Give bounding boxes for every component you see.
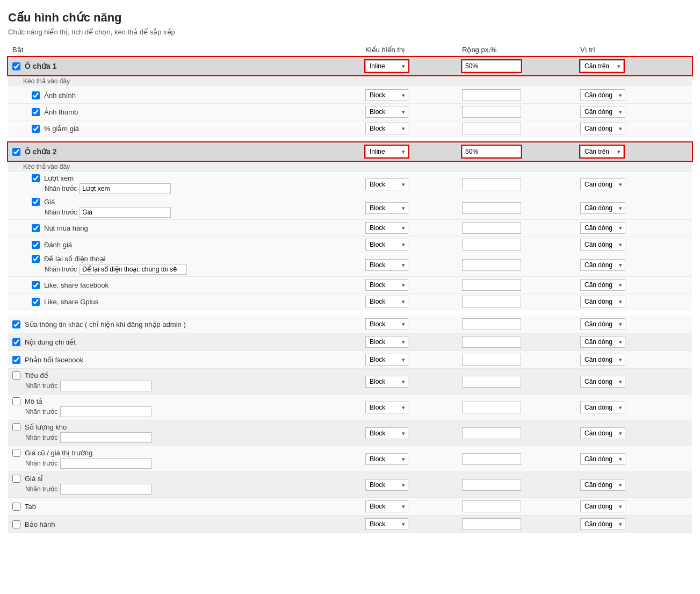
outer-ndct-width[interactable] [462,336,521,348]
item-anh-thumb-position[interactable]: Căn dòngCăn trên [580,106,625,118]
item-luot-xem-checkbox[interactable] [32,174,40,182]
section-2-checkbox[interactable] [12,148,20,156]
section-1-position-select[interactable]: Căn trên Căn giữa Căn dưới [580,60,624,72]
outer-giasi-checkbox[interactable] [12,475,20,483]
outer-sua-tt-display[interactable]: BlockInline [365,318,408,330]
outer-giacu-width[interactable] [462,453,521,465]
outer-slk-checkbox[interactable] [12,423,20,431]
outer-baohanh-display[interactable]: BlockInline [365,518,408,530]
section-2-position-select[interactable]: Căn trên Căn giữa Căn dưới [580,146,624,158]
item-de-lai-sdt-position[interactable]: Căn dòngCăn trên [580,259,625,271]
item-anh-chinh-position[interactable]: Căn dòngCăn trên [580,89,625,101]
item-like-gplus-checkbox[interactable] [32,298,40,306]
item-gia-width[interactable] [462,202,521,214]
outer-phfb-width[interactable] [462,354,521,366]
outer-tieude-display[interactable]: BlockInline [365,376,408,388]
outer-giacu-sublabel-input[interactable] [60,458,151,469]
item-luot-xem-display[interactable]: BlockInline [365,178,408,190]
section-2-display-select[interactable]: Inline Block [365,146,408,158]
outer-giasi-display[interactable]: BlockInline [365,479,408,491]
item-luot-xem-width[interactable] [462,178,521,190]
item-danh-gia-checkbox[interactable] [32,241,40,249]
item-giam-gia-checkbox[interactable] [32,125,40,133]
item-luot-xem-position[interactable]: Căn dòngCăn trên [580,178,625,190]
outer-giacu-checkbox[interactable] [12,449,20,457]
item-like-fb-width[interactable] [462,279,521,291]
outer-mota-display[interactable]: BlockInline [365,402,408,413]
item-anh-thumb-width[interactable] [462,106,521,118]
item-gia-position[interactable]: Căn dòngCăn trên [580,202,625,214]
outer-tab-checkbox[interactable] [12,503,20,511]
item-nut-mua-hang-width[interactable] [462,222,521,234]
outer-giasi-sublabel-input[interactable] [60,484,151,495]
outer-slk-sublabel-input[interactable] [60,432,151,443]
item-anh-thumb-display[interactable]: BlockInline [365,106,408,118]
section-2-width-input[interactable] [462,146,521,158]
item-like-gplus-position[interactable]: Căn dòngCăn trên [580,296,625,307]
item-like-fb-checkbox[interactable] [32,281,40,289]
item-danh-gia-width[interactable] [462,239,521,251]
item-like-gplus-width[interactable] [462,296,521,307]
item-anh-chinh-width[interactable] [462,89,521,101]
item-nut-mua-hang-display[interactable]: BlockInline [365,222,408,234]
outer-slk-display[interactable]: BlockInline [365,427,408,439]
outer-phfb-position[interactable]: Căn dòngCăn trên [580,354,625,366]
outer-mota-width[interactable] [462,402,521,413]
item-gia-checkbox[interactable] [32,198,40,206]
outer-giasi-width[interactable] [462,479,521,491]
outer-baohanh-checkbox[interactable] [12,520,20,528]
outer-giacu-position[interactable]: Căn dòngCăn trên [580,453,625,465]
outer-mota-checkbox[interactable] [12,397,20,405]
outer-phfb-display[interactable]: BlockInline [365,354,408,366]
item-nut-mua-hang-position[interactable]: Căn dòngCăn trên [580,222,625,234]
item-nut-mua-hang-checkbox[interactable] [32,224,40,232]
item-giam-gia-width[interactable] [462,123,521,134]
outer-giacu-display[interactable]: BlockInline [365,453,408,465]
outer-tieude-checkbox[interactable] [12,371,20,380]
outer-mota-sublabel-input[interactable] [60,406,151,417]
outer-giasi-position[interactable]: Căn dòngCăn trên [580,479,625,491]
item-gia-sublabel-input[interactable] [80,207,171,218]
outer-tab-display[interactable]: BlockInline [365,500,408,512]
outer-ndct-position[interactable]: Căn dòngCăn trên [580,336,625,348]
item-danh-gia-display[interactable]: BlockInline [365,239,408,251]
outer-sua-tt-checkbox[interactable] [12,320,20,328]
outer-tieude-width[interactable] [462,376,521,388]
item-anh-chinh-checkbox[interactable] [32,91,40,99]
outer-ndct-display[interactable]: BlockInline [365,336,408,348]
outer-slk-position[interactable]: Căn dòngCăn trên [580,427,625,439]
item-giam-gia-position[interactable]: Căn dòngCăn trên [580,123,625,134]
item-de-lai-sdt-width[interactable] [462,259,521,271]
item-like-fb-position[interactable]: Căn dòngCăn trên [580,279,625,291]
item-like-gplus-display[interactable]: BlockInline [365,296,408,307]
section-1-width-input[interactable] [462,60,521,72]
outer-tab-position[interactable]: Căn dòngCăn trên [580,500,625,512]
outer-sua-tt-position[interactable]: Căn dòngCăn trên [580,318,625,330]
outer-phfb-checkbox[interactable] [12,356,20,364]
outer-tieude-sublabel-input[interactable] [60,381,151,391]
outer-tab-width[interactable] [462,500,521,512]
outer-baohanh-width[interactable] [462,518,521,530]
item-like-fb-label: Like, share facebook [44,281,109,289]
item-de-lai-sdt-sublabel-input[interactable] [80,264,187,275]
outer-baohanh-position[interactable]: Căn dòngCăn trên [580,518,625,530]
item-anh-thumb-checkbox[interactable] [32,108,40,116]
item-nut-mua-hang: Nút mua hàng BlockInline Căn dòngCăn trê… [8,220,692,237]
item-like-fb-display[interactable]: BlockInline [365,279,408,291]
item-gia-sublabel-text: Nhãn trước [45,209,77,216]
item-giam-gia-display[interactable]: BlockInline [365,123,408,134]
item-anh-chinh-display[interactable]: BlockInline [365,89,408,101]
outer-slk-width[interactable] [462,427,521,439]
item-gia-display[interactable]: BlockInline [365,202,408,214]
section-1-checkbox[interactable] [12,62,20,70]
item-nut-mua-hang-label: Nút mua hàng [44,224,88,232]
outer-mota-position[interactable]: Căn dòngCăn trên [580,402,625,413]
item-danh-gia-position[interactable]: Căn dòngCăn trên [580,239,625,251]
item-luot-xem-sublabel-input[interactable] [80,183,171,194]
outer-sua-tt-width[interactable] [462,318,521,330]
item-de-lai-sdt-display[interactable]: BlockInline [365,259,408,271]
section-1-display-select[interactable]: Inline Block [365,60,408,72]
outer-ndct-checkbox[interactable] [12,338,20,346]
item-de-lai-sdt-checkbox[interactable] [32,255,40,263]
outer-tieude-position[interactable]: Căn dòngCăn trên [580,376,625,388]
